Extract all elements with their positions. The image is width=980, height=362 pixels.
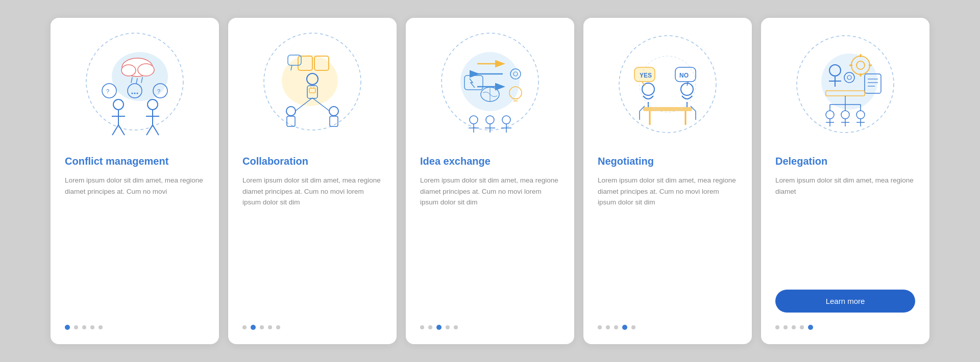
idea-exchange-illustration xyxy=(420,33,560,145)
dot-1[interactable] xyxy=(598,325,602,329)
svg-line-12 xyxy=(118,125,125,135)
conflict-management-body: Lorem ipsum dolor sit dim amet, mea regi… xyxy=(65,175,205,313)
idea-exchange-body: Lorem ipsum dolor sit dim amet, mea regi… xyxy=(420,175,560,313)
svg-text:?: ? xyxy=(157,88,160,94)
dot-1[interactable] xyxy=(420,325,424,329)
dot-2[interactable] xyxy=(783,325,788,329)
svg-line-16 xyxy=(146,125,153,135)
delegation-dots xyxy=(775,325,813,330)
conflict-management-dots xyxy=(65,325,103,330)
dot-2[interactable] xyxy=(251,325,256,330)
svg-point-23 xyxy=(137,93,138,94)
dot-5[interactable] xyxy=(276,325,280,329)
dot-5[interactable] xyxy=(99,325,103,329)
svg-point-62 xyxy=(619,36,716,133)
dot-4[interactable] xyxy=(268,325,272,329)
dot-4[interactable] xyxy=(622,325,627,330)
svg-point-39 xyxy=(329,107,338,116)
dot-3[interactable] xyxy=(260,325,264,329)
conflict-management-illustration: ? ? xyxy=(65,33,205,145)
svg-rect-63 xyxy=(643,107,692,111)
card-delegation: Delegation Lorem ipsum dolor sit dim ame… xyxy=(761,18,929,344)
svg-point-13 xyxy=(148,99,158,110)
svg-point-21 xyxy=(132,93,133,94)
svg-point-8 xyxy=(113,99,124,110)
dot-1[interactable] xyxy=(775,325,779,329)
svg-point-22 xyxy=(134,93,136,94)
idea-exchange-dots xyxy=(420,325,458,330)
negotiating-title: Negotiating xyxy=(598,154,654,168)
dot-1[interactable] xyxy=(65,325,70,330)
svg-text:YES: YES xyxy=(640,72,652,79)
dot-4[interactable] xyxy=(90,325,94,329)
dot-3[interactable] xyxy=(792,325,796,329)
collaboration-illustration xyxy=(242,33,382,145)
dot-3[interactable] xyxy=(82,325,86,329)
dot-2[interactable] xyxy=(428,325,432,329)
svg-point-37 xyxy=(286,107,296,116)
cards-container: ? ? Conflict management Lorem ipsum dolo… xyxy=(30,3,950,359)
card-conflict-management: ? ? Conflict management Lorem ipsum dolo… xyxy=(51,18,219,344)
card-collaboration: Collaboration Lorem ipsum dolor sit dim … xyxy=(228,18,397,344)
negotiating-dots xyxy=(598,325,635,330)
delegation-body: Lorem ipsum dolor sit dim amet, mea regi… xyxy=(775,175,915,279)
svg-point-44 xyxy=(460,52,520,111)
idea-exchange-title: Idea exchange xyxy=(420,154,491,168)
svg-text:NO: NO xyxy=(679,72,689,79)
svg-text:?: ? xyxy=(106,88,109,94)
collaboration-dots xyxy=(242,325,280,330)
dot-4[interactable] xyxy=(446,325,450,329)
svg-point-107 xyxy=(841,111,849,119)
learn-more-button[interactable]: Learn more xyxy=(775,290,915,313)
svg-line-11 xyxy=(112,125,118,135)
svg-point-3 xyxy=(121,65,136,76)
card-negotiating: YES NO Negotiating Lorem ipsum dolor sit… xyxy=(583,18,752,344)
svg-point-4 xyxy=(138,64,154,76)
negotiating-illustration: YES NO xyxy=(598,33,738,145)
collaboration-body: Lorem ipsum dolor sit dim amet, mea regi… xyxy=(242,175,382,313)
card-idea-exchange: Idea exchange Lorem ipsum dolor sit dim … xyxy=(406,18,574,344)
negotiating-body: Lorem ipsum dolor sit dim amet, mea regi… xyxy=(598,175,738,313)
dot-5[interactable] xyxy=(454,325,458,329)
svg-point-56 xyxy=(486,116,494,124)
dot-1[interactable] xyxy=(242,325,247,329)
svg-rect-40 xyxy=(330,116,338,126)
conflict-management-title: Conflict management xyxy=(65,154,168,168)
dot-2[interactable] xyxy=(74,325,78,329)
svg-point-53 xyxy=(470,116,478,124)
svg-line-17 xyxy=(153,125,159,135)
delegation-title: Delegation xyxy=(775,154,827,168)
delegation-illustration xyxy=(775,33,915,145)
dot-3[interactable] xyxy=(436,325,442,330)
collaboration-title: Collaboration xyxy=(242,154,308,168)
svg-line-79 xyxy=(687,82,688,86)
dot-3[interactable] xyxy=(614,325,618,329)
svg-point-59 xyxy=(502,116,510,124)
dot-5[interactable] xyxy=(808,325,813,330)
svg-point-104 xyxy=(826,111,834,119)
dot-2[interactable] xyxy=(606,325,610,329)
svg-point-110 xyxy=(856,111,865,119)
dot-4[interactable] xyxy=(800,325,804,329)
dot-5[interactable] xyxy=(631,325,635,329)
